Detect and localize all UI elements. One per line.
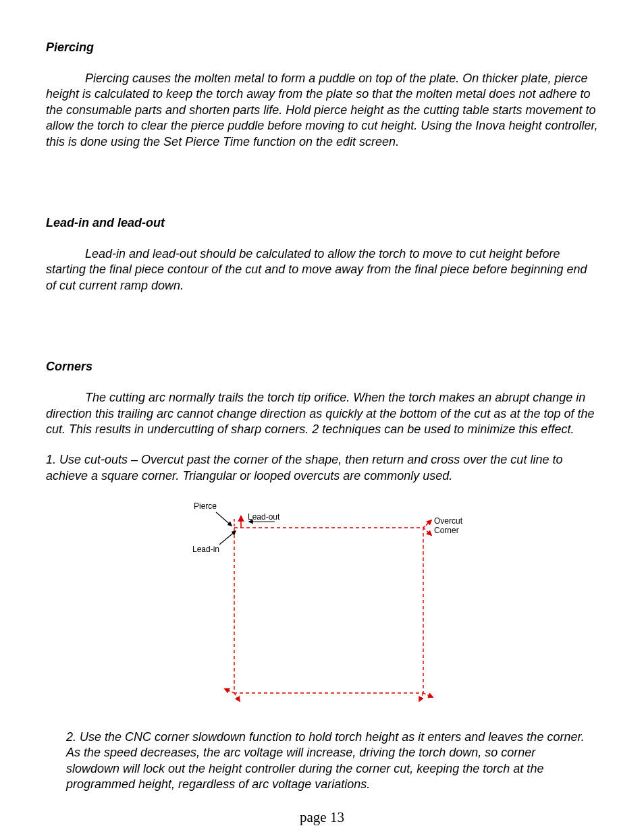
para-corners-item1: 1. Use cut-outs – Overcut past the corne… — [46, 452, 598, 484]
label-lead-out: Lead-out — [248, 512, 279, 522]
svg-line-5 — [423, 693, 433, 697]
diagram-svg — [187, 497, 457, 713]
para-corners-item2: 2. Use the CNC corner slowdown function … — [66, 729, 591, 793]
para-leadinout: Lead-in and lead-out should be calculate… — [46, 246, 598, 294]
svg-line-6 — [419, 693, 423, 701]
heading-leadinout: Lead-in and lead-out — [46, 216, 598, 230]
overcut-diagram: Pierce Lead-in Lead-out Overcut Corner — [187, 497, 457, 713]
svg-line-11 — [219, 531, 236, 545]
para-corners-intro: The cutting arc normally trails the torc… — [46, 390, 598, 437]
diagram-container: Pierce Lead-in Lead-out Overcut Corner — [46, 497, 598, 713]
heading-corners: Corners — [46, 360, 598, 374]
svg-line-7 — [225, 689, 234, 693]
page-footer: page 13 — [46, 809, 598, 826]
svg-line-10 — [216, 512, 232, 526]
document-page: Piercing Piercing causes the molten meta… — [0, 0, 644, 828]
label-overcut-2: Corner — [434, 526, 459, 535]
label-lead-in: Lead-in — [192, 545, 219, 554]
svg-line-8 — [234, 693, 240, 701]
heading-piercing: Piercing — [46, 40, 598, 55]
svg-rect-0 — [234, 528, 423, 693]
label-pierce: Pierce — [194, 501, 217, 511]
svg-line-4 — [423, 528, 431, 535]
para-piercing: Piercing causes the molten metal to form… — [46, 71, 598, 150]
label-overcut-1: Overcut — [434, 516, 462, 526]
